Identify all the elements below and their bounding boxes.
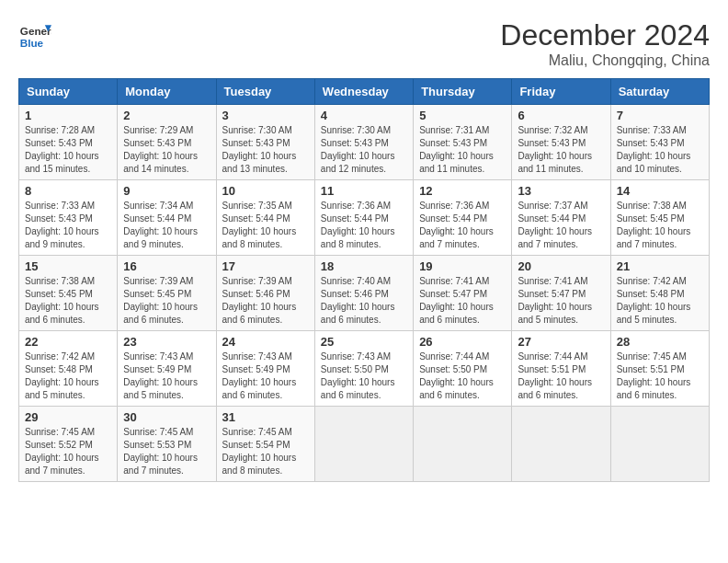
calendar-cell: 10Sunrise: 7:35 AM Sunset: 5:44 PM Dayli… [216,180,314,256]
calendar-cell: 26Sunrise: 7:44 AM Sunset: 5:50 PM Dayli… [414,331,512,407]
day-info: Sunrise: 7:41 AM Sunset: 5:47 PM Dayligh… [419,275,506,327]
logo: General Blue [18,18,51,52]
day-number: 9 [123,184,210,198]
day-number: 21 [617,259,703,273]
calendar-cell: 30Sunrise: 7:45 AM Sunset: 5:53 PM Dayli… [118,407,216,482]
day-number: 30 [123,410,210,424]
weekday-header-sunday: Sunday [19,79,118,105]
calendar-cell: 23Sunrise: 7:43 AM Sunset: 5:49 PM Dayli… [118,331,216,407]
calendar-week-1: 1Sunrise: 7:28 AM Sunset: 5:43 PM Daylig… [19,105,710,180]
calendar-cell: 18Sunrise: 7:40 AM Sunset: 5:46 PM Dayli… [314,256,413,331]
calendar-cell [512,407,610,482]
day-info: Sunrise: 7:35 AM Sunset: 5:44 PM Dayligh… [222,200,309,251]
calendar-cell: 4Sunrise: 7:30 AM Sunset: 5:43 PM Daylig… [314,105,413,180]
day-number: 25 [321,335,407,349]
day-number: 22 [25,335,111,349]
day-number: 17 [222,259,309,273]
day-number: 18 [321,259,407,273]
day-info: Sunrise: 7:39 AM Sunset: 5:45 PM Dayligh… [123,275,210,327]
calendar-cell: 20Sunrise: 7:41 AM Sunset: 5:47 PM Dayli… [512,256,610,331]
calendar-cell: 11Sunrise: 7:36 AM Sunset: 5:44 PM Dayli… [314,180,413,256]
calendar-cell [414,407,512,482]
day-info: Sunrise: 7:28 AM Sunset: 5:43 PM Dayligh… [25,124,111,176]
calendar-cell: 9Sunrise: 7:34 AM Sunset: 5:44 PM Daylig… [118,180,216,256]
day-number: 28 [617,335,703,349]
calendar-cell: 22Sunrise: 7:42 AM Sunset: 5:48 PM Dayli… [19,331,118,407]
day-number: 19 [419,259,506,273]
day-number: 10 [222,184,309,198]
weekday-header-wednesday: Wednesday [314,79,413,105]
calendar-cell: 29Sunrise: 7:45 AM Sunset: 5:52 PM Dayli… [19,407,118,482]
day-number: 11 [321,184,407,198]
day-number: 4 [321,109,407,122]
day-info: Sunrise: 7:42 AM Sunset: 5:48 PM Dayligh… [617,275,703,327]
calendar-cell [314,407,413,482]
month-title: December 2024 [500,18,710,52]
day-info: Sunrise: 7:45 AM Sunset: 5:54 PM Dayligh… [222,426,309,477]
day-number: 29 [25,410,111,424]
day-info: Sunrise: 7:38 AM Sunset: 5:45 PM Dayligh… [25,275,111,327]
calendar-cell: 12Sunrise: 7:36 AM Sunset: 5:44 PM Dayli… [414,180,512,256]
day-number: 31 [222,410,309,424]
calendar-cell: 13Sunrise: 7:37 AM Sunset: 5:44 PM Dayli… [512,180,610,256]
calendar-cell: 27Sunrise: 7:44 AM Sunset: 5:51 PM Dayli… [512,331,610,407]
logo-icon: General Blue [18,18,51,52]
calendar-week-5: 29Sunrise: 7:45 AM Sunset: 5:52 PM Dayli… [19,407,710,482]
location: Maliu, Chongqing, China [500,52,710,69]
calendar-cell: 31Sunrise: 7:45 AM Sunset: 5:54 PM Dayli… [216,407,314,482]
day-number: 20 [518,259,604,273]
weekday-header-thursday: Thursday [414,79,512,105]
day-info: Sunrise: 7:33 AM Sunset: 5:43 PM Dayligh… [25,200,111,251]
day-info: Sunrise: 7:44 AM Sunset: 5:50 PM Dayligh… [419,350,506,402]
day-info: Sunrise: 7:44 AM Sunset: 5:51 PM Dayligh… [518,350,604,402]
day-number: 16 [123,259,210,273]
calendar-body: 1Sunrise: 7:28 AM Sunset: 5:43 PM Daylig… [19,105,710,482]
calendar-cell: 7Sunrise: 7:33 AM Sunset: 5:43 PM Daylig… [610,105,709,180]
calendar-cell: 16Sunrise: 7:39 AM Sunset: 5:45 PM Dayli… [118,256,216,331]
calendar-cell: 28Sunrise: 7:45 AM Sunset: 5:51 PM Dayli… [610,331,709,407]
day-info: Sunrise: 7:33 AM Sunset: 5:43 PM Dayligh… [617,124,703,176]
calendar-cell: 21Sunrise: 7:42 AM Sunset: 5:48 PM Dayli… [610,256,709,331]
calendar-cell: 8Sunrise: 7:33 AM Sunset: 5:43 PM Daylig… [19,180,118,256]
day-info: Sunrise: 7:29 AM Sunset: 5:43 PM Dayligh… [123,124,210,176]
day-info: Sunrise: 7:43 AM Sunset: 5:50 PM Dayligh… [321,350,407,402]
calendar-cell: 3Sunrise: 7:30 AM Sunset: 5:43 PM Daylig… [216,105,314,180]
calendar-cell: 17Sunrise: 7:39 AM Sunset: 5:46 PM Dayli… [216,256,314,331]
day-info: Sunrise: 7:45 AM Sunset: 5:53 PM Dayligh… [123,426,210,477]
page-header: General Blue December 2024 Maliu, Chongq… [18,18,710,69]
day-info: Sunrise: 7:31 AM Sunset: 5:43 PM Dayligh… [419,124,506,176]
day-info: Sunrise: 7:42 AM Sunset: 5:48 PM Dayligh… [25,350,111,402]
calendar-cell: 5Sunrise: 7:31 AM Sunset: 5:43 PM Daylig… [414,105,512,180]
day-number: 3 [222,109,309,122]
calendar-week-4: 22Sunrise: 7:42 AM Sunset: 5:48 PM Dayli… [19,331,710,407]
day-info: Sunrise: 7:40 AM Sunset: 5:46 PM Dayligh… [321,275,407,327]
day-number: 23 [123,335,210,349]
calendar-table: SundayMondayTuesdayWednesdayThursdayFrid… [18,78,710,482]
weekday-header-row: SundayMondayTuesdayWednesdayThursdayFrid… [19,79,710,105]
day-info: Sunrise: 7:43 AM Sunset: 5:49 PM Dayligh… [222,350,309,402]
day-info: Sunrise: 7:45 AM Sunset: 5:51 PM Dayligh… [617,350,703,402]
weekday-header-saturday: Saturday [610,79,709,105]
day-info: Sunrise: 7:37 AM Sunset: 5:44 PM Dayligh… [518,200,604,251]
day-info: Sunrise: 7:36 AM Sunset: 5:44 PM Dayligh… [321,200,407,251]
title-block: December 2024 Maliu, Chongqing, China [500,18,710,69]
calendar-week-3: 15Sunrise: 7:38 AM Sunset: 5:45 PM Dayli… [19,256,710,331]
day-info: Sunrise: 7:32 AM Sunset: 5:43 PM Dayligh… [518,124,604,176]
day-info: Sunrise: 7:41 AM Sunset: 5:47 PM Dayligh… [518,275,604,327]
day-number: 7 [617,109,703,122]
calendar-cell: 15Sunrise: 7:38 AM Sunset: 5:45 PM Dayli… [19,256,118,331]
day-number: 24 [222,335,309,349]
day-info: Sunrise: 7:34 AM Sunset: 5:44 PM Dayligh… [123,200,210,251]
day-number: 13 [518,184,604,198]
day-number: 26 [419,335,506,349]
calendar-cell: 14Sunrise: 7:38 AM Sunset: 5:45 PM Dayli… [610,180,709,256]
weekday-header-tuesday: Tuesday [216,79,314,105]
day-number: 27 [518,335,604,349]
day-info: Sunrise: 7:30 AM Sunset: 5:43 PM Dayligh… [222,124,309,176]
day-info: Sunrise: 7:36 AM Sunset: 5:44 PM Dayligh… [419,200,506,251]
day-number: 14 [617,184,703,198]
day-info: Sunrise: 7:45 AM Sunset: 5:52 PM Dayligh… [25,426,111,477]
calendar-cell: 24Sunrise: 7:43 AM Sunset: 5:49 PM Dayli… [216,331,314,407]
calendar-cell [610,407,709,482]
calendar-cell: 25Sunrise: 7:43 AM Sunset: 5:50 PM Dayli… [314,331,413,407]
